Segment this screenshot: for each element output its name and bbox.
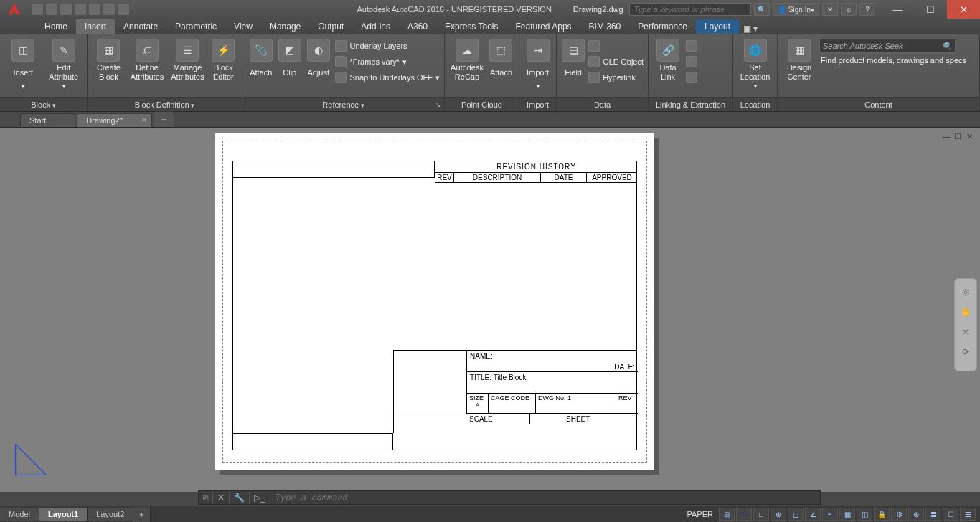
underlay-layers-button[interactable]: Underlay Layers	[335, 39, 440, 53]
ole-object-button[interactable]: OLE Object	[588, 54, 644, 69]
new-tab-button[interactable]: ＋	[154, 111, 174, 127]
snap-toggle-icon[interactable]: ∷	[736, 508, 752, 521]
edit-attribute-button[interactable]: ✎Edit Attribute	[45, 37, 83, 90]
clip-button[interactable]: ◩Clip	[278, 37, 301, 82]
attach-button[interactable]: 📎Attach	[247, 37, 275, 82]
cmd-customize-icon[interactable]: 🔧	[230, 491, 250, 504]
help-icon[interactable]: ?	[859, 3, 875, 16]
tab-parametric[interactable]: Parametric	[166, 19, 225, 34]
snap-underlays-button[interactable]: Snap to Underlays OFF ▾	[335, 70, 440, 85]
qat-new-icon[interactable]	[32, 4, 43, 15]
transparency-toggle-icon[interactable]: ▦	[839, 508, 855, 521]
add-layout-button[interactable]: ＋	[133, 507, 151, 522]
vp-min-icon[interactable]: —	[941, 132, 951, 141]
tab-express[interactable]: Express Tools	[436, 19, 507, 34]
close-tab-icon[interactable]: ✕	[141, 116, 147, 124]
tab-view[interactable]: View	[225, 19, 261, 34]
field-button[interactable]: ▤Field	[561, 37, 585, 82]
maximize-button[interactable]: ☐	[914, 0, 947, 19]
hyperlink-button[interactable]: Hyperlink	[588, 70, 644, 85]
ortho-toggle-icon[interactable]: ∟	[753, 508, 769, 521]
otrack-toggle-icon[interactable]: ∠	[805, 508, 821, 521]
file-tabs: Start Drawing2*✕ ＋	[0, 112, 980, 128]
define-attributes-button[interactable]: 🏷Define Attributes	[128, 37, 166, 82]
block-editor-button[interactable]: ⚡Block Editor	[209, 37, 237, 82]
annotation-scale-icon[interactable]: 🔒	[874, 508, 890, 521]
tab-output[interactable]: Output	[309, 19, 352, 34]
panel-location: 🌐Set Location Location	[733, 34, 778, 111]
vp-max-icon[interactable]: ☐	[953, 132, 963, 141]
tab-a360[interactable]: A360	[399, 19, 436, 34]
tab-manage[interactable]: Manage	[261, 19, 309, 34]
seek-search-icon[interactable]: 🔍	[942, 42, 952, 51]
qat-redo-icon[interactable]	[118, 4, 129, 15]
recap-button[interactable]: ☁Autodesk ReCap	[449, 37, 485, 82]
drawing-area[interactable]: — ☐ ✕ REVISION HISTORY REV DESCRIPTION D…	[0, 128, 980, 492]
tab-insert[interactable]: Insert	[76, 19, 115, 34]
cmd-close-icon[interactable]: ✕	[213, 491, 230, 504]
app-logo-icon[interactable]	[3, 0, 26, 19]
extract-data-button[interactable]	[686, 70, 697, 85]
qat-save-icon[interactable]	[60, 4, 72, 15]
frames-button[interactable]: *Frames vary* ▾	[335, 54, 440, 69]
osnap-toggle-icon[interactable]: ◻	[788, 508, 804, 521]
file-tab-current[interactable]: Drawing2*✕	[77, 113, 152, 127]
tab-home[interactable]: Home	[36, 19, 76, 34]
stayconnected-icon[interactable]: ⎋	[841, 3, 857, 16]
orbit-icon[interactable]: ⟳	[958, 345, 973, 359]
update-fields-button[interactable]	[588, 39, 644, 53]
pc-attach-button[interactable]: ⬚Attach	[488, 37, 514, 82]
tab-addins[interactable]: Add-ins	[352, 19, 399, 34]
pan-icon[interactable]: ✋	[958, 305, 973, 319]
workspace-switch-icon[interactable]: ⚙	[891, 508, 907, 521]
set-location-button[interactable]: 🌐Set Location	[738, 37, 773, 90]
customization-icon[interactable]: ☰	[960, 508, 976, 521]
insert-button[interactable]: ◫Insert	[4, 37, 42, 90]
upload-source-button[interactable]	[686, 54, 697, 69]
full-nav-wheel-icon[interactable]: ◎	[958, 285, 973, 299]
tab-featured[interactable]: Featured Apps	[507, 19, 580, 34]
qat-undo-icon[interactable]	[103, 4, 115, 15]
qat-open-icon[interactable]	[46, 4, 57, 15]
import-button[interactable]: ⇥Import	[524, 37, 552, 90]
vp-close-icon[interactable]: ✕	[964, 132, 974, 141]
sign-in-button[interactable]: 👤 Sign In ▾	[773, 3, 819, 16]
command-input[interactable]	[270, 493, 820, 503]
close-button[interactable]: ✕	[947, 0, 980, 19]
selection-cycling-icon[interactable]: ◫	[857, 508, 872, 521]
reference-expand-icon[interactable]: ↘	[435, 101, 441, 108]
navigation-bar: ◎ ✋ ⤧ ⟳	[954, 278, 977, 371]
file-tab-start[interactable]: Start	[20, 113, 75, 127]
seek-search-input[interactable]: Search Autodesk Seek🔍	[819, 39, 956, 53]
space-indicator[interactable]: PAPER	[683, 510, 717, 518]
tab-layout2[interactable]: Layout2	[88, 508, 133, 521]
exchange-icon[interactable]: ✕	[822, 3, 838, 16]
tab-annotate[interactable]: Annotate	[115, 19, 166, 34]
annotation-monitor-icon[interactable]: ⊕	[908, 508, 924, 521]
tab-layout[interactable]: Layout	[696, 19, 739, 34]
qat-plot-icon[interactable]	[89, 4, 100, 15]
design-center-button[interactable]: ▦Design Center	[782, 37, 816, 82]
search-icon[interactable]: 🔍	[754, 3, 770, 16]
data-link-button[interactable]: 🔗Data Link	[653, 37, 683, 82]
adjust-button[interactable]: ◐Adjust	[304, 37, 333, 82]
grid-toggle-icon[interactable]: ⊞	[719, 508, 735, 521]
units-icon[interactable]: ≣	[925, 508, 941, 521]
tab-model[interactable]: Model	[0, 508, 39, 521]
polar-toggle-icon[interactable]: ⊕	[771, 508, 786, 521]
zoom-extents-icon[interactable]: ⤧	[958, 325, 973, 339]
tab-bim360[interactable]: BIM 360	[580, 19, 630, 34]
minimize-button[interactable]: —	[881, 0, 914, 19]
tab-options-icon[interactable]: ▣ ▾	[743, 24, 758, 34]
download-source-button[interactable]	[686, 39, 697, 53]
keyword-search-input[interactable]	[629, 3, 751, 16]
lineweight-toggle-icon[interactable]: ≡	[822, 508, 838, 521]
quick-properties-icon[interactable]: ☐	[943, 508, 958, 521]
tab-performance[interactable]: Performance	[629, 19, 696, 34]
create-block-button[interactable]: ▦Create Block	[92, 37, 126, 82]
cmd-history-icon[interactable]: ⎚	[199, 491, 213, 504]
qat-saveas-icon[interactable]	[75, 4, 86, 15]
ucs-icon[interactable]	[11, 439, 52, 482]
tab-layout1[interactable]: Layout1	[39, 508, 88, 521]
manage-attributes-button[interactable]: ☰Manage Attributes	[169, 37, 206, 82]
